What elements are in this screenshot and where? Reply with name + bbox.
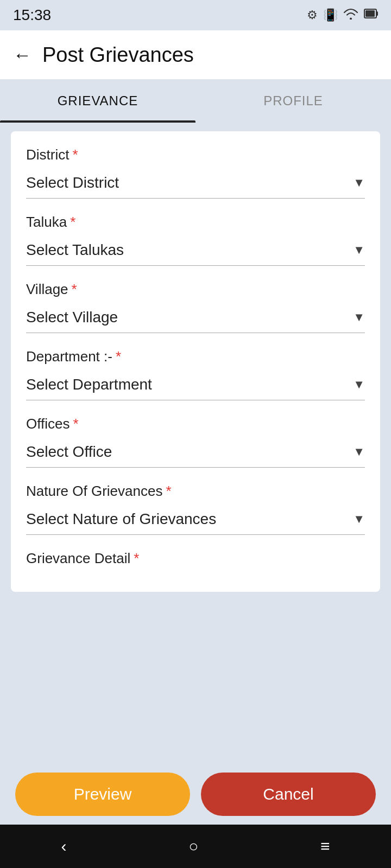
status-time: 15:38 <box>13 7 51 24</box>
village-select[interactable]: Select Village ▼ <box>26 305 365 333</box>
settings-icon: ⚙ <box>307 8 318 22</box>
nature-label: Nature Of Grievances * <box>26 483 365 500</box>
department-required: * <box>116 348 121 365</box>
page-title: Post Grievances <box>42 43 194 67</box>
offices-chevron-icon: ▼ <box>353 445 365 459</box>
tab-grievance[interactable]: GRIEVANCE <box>0 79 195 123</box>
nature-placeholder: Select Nature of Grievances <box>26 510 216 528</box>
vibrate-icon: 📳 <box>323 8 338 22</box>
offices-select[interactable]: Select Office ▼ <box>26 440 365 468</box>
district-group: District * Select District ▼ <box>26 146 365 199</box>
status-bar: 15:38 ⚙ 📳 <box>0 0 391 30</box>
department-select[interactable]: Select Department ▼ <box>26 373 365 400</box>
taluka-label: Taluka * <box>26 214 365 231</box>
offices-placeholder: Select Office <box>26 443 112 461</box>
village-placeholder: Select Village <box>26 309 118 326</box>
village-group: Village * Select Village ▼ <box>26 281 365 333</box>
district-select[interactable]: Select District ▼ <box>26 171 365 199</box>
back-button[interactable]: ← <box>13 46 31 64</box>
detail-label: Grievance Detail * <box>26 550 365 567</box>
bottom-buttons: Preview Cancel <box>0 764 391 825</box>
taluka-select[interactable]: Select Talukas ▼ <box>26 238 365 266</box>
wifi-icon <box>343 8 358 23</box>
tab-profile[interactable]: PROFILE <box>195 79 391 123</box>
village-label: Village * <box>26 281 365 298</box>
department-chevron-icon: ▼ <box>353 378 365 392</box>
district-required: * <box>72 146 78 163</box>
svg-rect-2 <box>365 10 375 17</box>
offices-group: Offices * Select Office ▼ <box>26 416 365 468</box>
nature-group: Nature Of Grievances * Select Nature of … <box>26 483 365 535</box>
district-label: District * <box>26 146 365 163</box>
nav-back-icon[interactable]: ‹ <box>61 837 66 856</box>
preview-button[interactable]: Preview <box>15 773 190 816</box>
offices-label: Offices * <box>26 416 365 432</box>
nav-menu-icon[interactable]: ≡ <box>320 837 330 856</box>
nature-chevron-icon: ▼ <box>353 512 365 526</box>
department-placeholder: Select Department <box>26 376 152 393</box>
tabs-container: GRIEVANCE PROFILE <box>0 79 391 123</box>
battery-icon <box>364 8 378 23</box>
offices-required: * <box>73 416 78 432</box>
status-icons: ⚙ 📳 <box>307 8 378 23</box>
taluka-placeholder: Select Talukas <box>26 241 124 259</box>
department-group: Department :- * Select Department ▼ <box>26 348 365 400</box>
form-card: District * Select District ▼ Taluka * Se… <box>11 131 380 592</box>
taluka-required: * <box>70 214 75 231</box>
cancel-button[interactable]: Cancel <box>201 773 376 816</box>
taluka-group: Taluka * Select Talukas ▼ <box>26 214 365 266</box>
district-placeholder: Select District <box>26 174 119 192</box>
district-chevron-icon: ▼ <box>353 176 365 190</box>
detail-group: Grievance Detail * <box>26 550 365 567</box>
village-chevron-icon: ▼ <box>353 310 365 324</box>
nav-home-icon[interactable]: ○ <box>188 837 198 856</box>
nature-required: * <box>166 483 171 500</box>
department-label: Department :- * <box>26 348 365 365</box>
nav-bar: ‹ ○ ≡ <box>0 825 391 868</box>
village-required: * <box>72 281 77 298</box>
taluka-chevron-icon: ▼ <box>353 243 365 257</box>
nature-select[interactable]: Select Nature of Grievances ▼ <box>26 507 365 535</box>
app-bar: ← Post Grievances <box>0 30 391 79</box>
detail-required: * <box>134 550 139 567</box>
svg-rect-1 <box>376 11 378 16</box>
